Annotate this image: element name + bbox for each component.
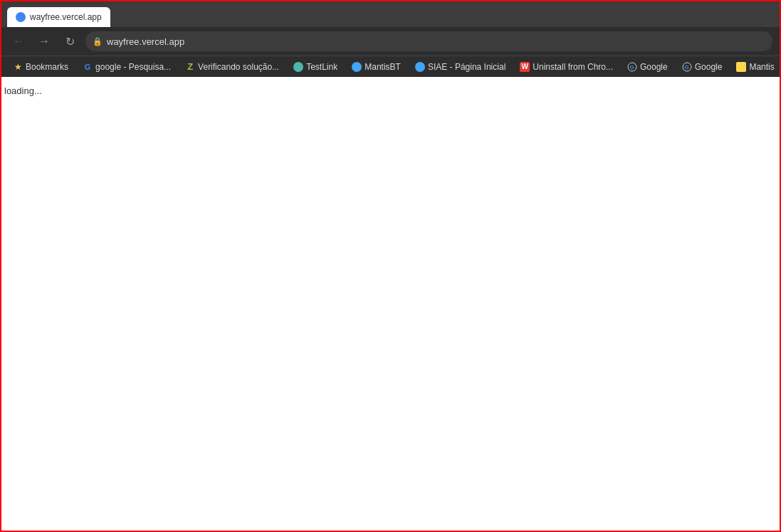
- active-tab[interactable]: wayfree.vercel.app: [7, 7, 110, 27]
- bookmark-label-mantis: Mantis: [749, 62, 774, 72]
- bookmark-item-uninstall[interactable]: W Uninstall from Chro...: [514, 61, 619, 73]
- google3-favicon: G: [682, 62, 692, 72]
- tab-favicon: [16, 12, 26, 22]
- bookmark-label-google3: Google: [695, 62, 723, 72]
- mantis-favicon: [736, 62, 746, 72]
- bookmark-item-google2[interactable]: G Google: [622, 61, 673, 73]
- tab-bar: wayfree.vercel.app: [1, 1, 780, 27]
- star-icon: ★: [13, 62, 23, 72]
- browser-chrome: wayfree.vercel.app ← → ↻ 🔒 wayfree.verce…: [1, 1, 780, 77]
- loading-text: loading...: [4, 85, 42, 96]
- google-favicon: G: [83, 62, 93, 72]
- bookmark-item-testlink[interactable]: TestLink: [288, 61, 343, 73]
- address-text: wayfree.vercel.app: [107, 36, 184, 47]
- tab-title: wayfree.vercel.app: [30, 12, 102, 22]
- bookmark-label-siae: SIAE - Página Inicial: [428, 62, 505, 72]
- address-bar[interactable]: 🔒 wayfree.vercel.app: [85, 31, 772, 51]
- toolbar: ← → ↻ 🔒 wayfree.vercel.app: [1, 27, 780, 56]
- mantisbt-favicon: [352, 62, 362, 72]
- verificando-favicon: Z: [185, 62, 195, 72]
- bookmark-item-bookmarks[interactable]: ★ Bookmarks: [7, 61, 74, 73]
- svg-text:G: G: [684, 64, 688, 71]
- bookmark-label-bookmarks: Bookmarks: [26, 62, 68, 72]
- google2-favicon: G: [627, 62, 637, 72]
- svg-text:G: G: [630, 64, 634, 71]
- uninstall-favicon: W: [520, 62, 530, 72]
- bookmark-label-google: google - Pesquisa...: [95, 62, 171, 72]
- bookmark-item-google3[interactable]: G Google: [676, 61, 728, 73]
- bookmark-label-mantisbt: MantisBT: [365, 62, 401, 72]
- page-content: loading...: [1, 77, 780, 531]
- bookmark-label-verificando: Verificando solução...: [198, 62, 279, 72]
- bookmarks-bar: ★ Bookmarks G google - Pesquisa... Z Ver…: [1, 56, 780, 77]
- forward-button[interactable]: →: [34, 31, 54, 51]
- bookmark-item-mantisbt[interactable]: MantisBT: [346, 61, 407, 73]
- testlink-favicon: [293, 62, 303, 72]
- bookmark-item-siae[interactable]: SIAE - Página Inicial: [409, 61, 511, 73]
- bookmark-label-google2: Google: [640, 62, 668, 72]
- bookmark-label-uninstall: Uninstall from Chro...: [533, 62, 613, 72]
- lock-icon: 🔒: [93, 37, 103, 46]
- bookmark-item-mantis[interactable]: Mantis: [730, 61, 780, 73]
- bookmark-label-testlink: TestLink: [306, 62, 337, 72]
- reload-button[interactable]: ↻: [60, 31, 80, 51]
- siae-favicon: [415, 62, 425, 72]
- bookmark-item-verificando[interactable]: Z Verificando solução...: [179, 61, 285, 73]
- back-button[interactable]: ←: [9, 31, 28, 51]
- bookmark-item-google[interactable]: G google - Pesquisa...: [77, 61, 177, 73]
